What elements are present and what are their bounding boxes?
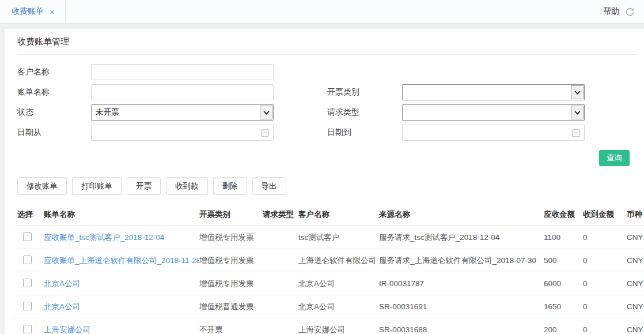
received-cell: 0 [579,279,624,288]
table-row: 北京A公司 增值税普通发票 北京A公司 SR-00031691 1650 0 C… [13,295,644,318]
tab-label: 收费账单 [12,6,44,17]
invoice-category-cell: 不开票 [199,325,263,334]
export-button[interactable]: 导出 [252,177,286,195]
table-row: 应收账单_上海道仑软件有限公司_2018-11-28 增值税专用发票 上海道仑软… [13,249,644,272]
currency-cell: CNY [624,233,644,242]
currency-cell: CNY [624,279,644,288]
received-cell: 0 [579,325,624,334]
table-header-row: 选择 账单名称 开票类别 请求类型 客户名称 来源名称 应收金额 收到金额 币种 [13,203,644,226]
source-cell: SR-00031691 [379,302,538,311]
bill-name-link[interactable]: 上海安娜公司 [44,325,199,334]
bill-name-link[interactable]: 北京A公司 [44,302,199,312]
content-card: 收费账单管理 客户名称 账单名称 开票类别 [5,29,644,334]
source-cell: SR-00031688 [379,325,538,334]
receivable-cell: 500 [538,256,579,265]
bill-name-link[interactable]: 应收账单_tsc测试客户_2018-12-04 [44,232,199,243]
customer-cell: 上海安娜公司 [298,325,379,334]
action-toolbar: 修改账单 打印账单 开票 收到款 删除 导出 [13,177,644,195]
row-checkbox[interactable] [23,302,32,310]
delete-button[interactable]: 删除 [213,177,247,195]
invoice-button[interactable]: 开票 [127,177,161,195]
chevron-down-icon [260,106,272,119]
filter-form: 客户名称 账单名称 开票类别 状态 [13,64,644,141]
customer-name-label: 客户名称 [17,67,91,77]
modify-bill-button[interactable]: 修改账单 [17,177,67,195]
bill-name-input[interactable] [91,84,274,100]
column-header-bill-name: 账单名称 [44,209,199,220]
calendar-icon[interactable] [260,128,270,137]
tab-billing[interactable]: 收费账单 × [0,0,66,23]
search-button[interactable]: 查询 [599,150,630,166]
table-body: 应收账单_tsc测试客户_2018-12-04 增值税专用发票 tsc测试客户 … [13,226,644,334]
invoice-category-cell: 增值税普通发票 [199,302,263,312]
refresh-icon[interactable] [625,7,635,17]
receivable-cell: 6000 [538,279,579,288]
receivable-cell: 1100 [538,233,579,242]
invoice-category-cell: 增值税专用发票 [199,279,263,289]
bill-name-link[interactable]: 北京A公司 [44,279,199,289]
row-checkbox[interactable] [23,279,32,287]
column-header-request-type: 请求类型 [263,209,298,220]
customer-name-input[interactable] [91,64,274,80]
received-cell: 0 [579,256,624,265]
chevron-down-icon [571,85,584,99]
payment-received-button[interactable]: 收到款 [166,177,208,195]
customer-cell: 上海道仑软件有限公司 [298,256,379,266]
column-header-currency: 币种 [624,209,644,220]
invoice-category-cell: 增值税专用发票 [199,232,263,243]
invoice-category-select[interactable] [402,84,585,100]
status-label: 状态 [17,107,91,118]
invoice-category-label: 开票类别 [327,87,402,97]
row-checkbox[interactable] [23,232,32,241]
customer-cell: 北京A公司 [298,302,379,312]
currency-cell: CNY [624,325,644,334]
customer-cell: tsc测试客户 [298,232,379,243]
calendar-icon[interactable] [571,128,581,137]
tab-bar: 收费账单 × 帮助 [0,0,644,24]
column-header-received: 收到金额 [579,209,624,220]
page-title: 收费账单管理 [13,36,644,47]
currency-cell: CNY [624,302,644,311]
date-to-input[interactable] [402,125,585,141]
column-header-customer: 客户名称 [298,209,379,220]
source-cell: 服务请求_上海道仑软件有限公司_2018-07-30 [379,256,538,266]
help-link[interactable]: 帮助 [603,6,619,17]
column-header-source: 来源名称 [379,209,538,220]
chevron-down-icon [571,106,584,119]
row-checkbox[interactable] [23,256,32,264]
column-header-receivable: 应收金额 [538,209,579,220]
column-header-invoice-category: 开票类别 [199,209,263,220]
invoice-category-cell: 增值税专用发票 [199,256,263,266]
print-bill-button[interactable]: 打印账单 [72,177,122,195]
receivable-cell: 200 [538,325,579,334]
divider [17,54,636,55]
column-header-select: 选择 [17,209,44,220]
table-row: 应收账单_tsc测试客户_2018-12-04 增值税专用发票 tsc测试客户 … [13,226,644,249]
close-icon[interactable]: × [50,7,55,16]
source-cell: 服务请求_tsc测试客户_2018-12-04 [379,232,538,243]
source-cell: IR-00031787 [379,279,538,288]
date-from-label: 日期从 [17,127,91,138]
receivable-cell: 1650 [538,302,579,311]
row-checkbox[interactable] [23,325,32,333]
status-select[interactable]: 未开票 [91,104,274,121]
bill-name-link[interactable]: 应收账单_上海道仑软件有限公司_2018-11-28 [44,256,199,266]
bill-name-label: 账单名称 [17,87,91,97]
currency-cell: CNY [624,256,644,265]
received-cell: 0 [579,233,624,242]
request-type-select[interactable] [402,104,585,121]
table-row: 北京A公司 增值税专用发票 北京A公司 IR-00031787 6000 0 C… [13,272,644,295]
date-to-label: 日期到 [327,127,402,138]
date-from-input[interactable] [91,125,274,141]
customer-cell: 北京A公司 [298,279,379,289]
received-cell: 0 [579,302,624,311]
request-type-label: 请求类型 [327,107,402,118]
status-value: 未开票 [96,107,119,118]
bills-table: 选择 账单名称 开票类别 请求类型 客户名称 来源名称 应收金额 收到金额 币种… [13,203,644,334]
table-row: 上海安娜公司 不开票 上海安娜公司 SR-00031688 200 0 CNY [13,318,644,334]
